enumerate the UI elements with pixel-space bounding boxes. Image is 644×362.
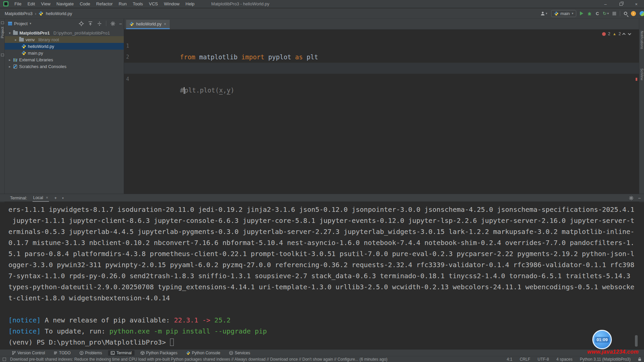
- stop-button[interactable]: [612, 12, 616, 15]
- menu-edit[interactable]: Edit: [25, 0, 38, 8]
- problems-icon: [79, 351, 84, 355]
- menu-run[interactable]: Run: [116, 0, 129, 8]
- line-ending[interactable]: CRLF: [520, 357, 530, 362]
- pip-old-version: 22.3.1: [174, 316, 198, 324]
- new-session-icon[interactable]: +: [54, 196, 57, 200]
- toolwindow-switcher-icon[interactable]: [3, 358, 6, 361]
- menu-code[interactable]: Code: [77, 0, 93, 8]
- toolwindow-python-packages[interactable]: Python Packages: [138, 350, 180, 356]
- notice-tag: [notice]: [8, 327, 41, 335]
- prev-issue-icon[interactable]: [622, 33, 626, 36]
- close-icon[interactable]: ×: [629, 0, 644, 8]
- menu-vcs[interactable]: VCS: [146, 0, 161, 8]
- gear-icon[interactable]: [629, 196, 634, 200]
- expand-collapse-icon[interactable]: [97, 21, 102, 26]
- breadcrumb-project[interactable]: MatplotlibPro3: [5, 11, 33, 16]
- ide-plugin-icon[interactable]: [640, 11, 644, 16]
- caret-position[interactable]: 4:1: [507, 357, 513, 362]
- status-message[interactable]: Download pre-built shared indexes: Reduc…: [10, 357, 387, 362]
- rerun-button[interactable]: ↻ ▾: [603, 11, 609, 16]
- chevron-down-icon: ▾: [572, 12, 574, 15]
- terminal-prompt: (venv) PS D:\python_pro\MatplotlibPro3>: [8, 338, 170, 346]
- menu-view[interactable]: View: [38, 0, 53, 8]
- select-opened-file-icon[interactable]: [79, 21, 84, 26]
- toolwindow-label: Python Console: [192, 351, 220, 355]
- search-icon[interactable]: [624, 12, 627, 15]
- tree-row-external-libraries[interactable]: ▸ External Libraries: [5, 56, 124, 63]
- profile-icon[interactable]: ▾: [540, 11, 547, 16]
- terminal-blank-line: [8, 304, 644, 315]
- menu-file[interactable]: File: [12, 0, 24, 8]
- code-token: #: [180, 86, 184, 94]
- debug-button[interactable]: [587, 11, 592, 16]
- update-available-icon[interactable]: ↑: [631, 11, 636, 16]
- chevron-down-icon[interactable]: ▾: [62, 196, 64, 200]
- python-logo-icon: [554, 11, 558, 16]
- tree-row-scratches[interactable]: ▸ Scratches and Consoles: [5, 63, 124, 70]
- gear-icon[interactable]: [110, 21, 115, 26]
- tree-row-helloworld[interactable]: helloWorld.py: [5, 43, 124, 50]
- chevron-right-icon[interactable]: ▸: [14, 38, 17, 42]
- menu-tools[interactable]: Tools: [130, 0, 146, 8]
- toolwindow-terminal[interactable]: Terminal: [108, 350, 134, 356]
- chevron-right-icon[interactable]: ▸: [8, 65, 11, 68]
- project-panel-title[interactable]: Project: [14, 21, 28, 26]
- breadcrumb-file[interactable]: helloWorld.py: [46, 11, 72, 16]
- status-action-always-download[interactable]: Always download: [234, 357, 266, 362]
- notifications-stripe-label[interactable]: Notifications: [640, 31, 644, 49]
- indent-setting[interactable]: 4 spaces: [556, 357, 573, 362]
- status-action-download-once[interactable]: Download once: [270, 357, 298, 362]
- interpreter[interactable]: Python 3.11 (MatplotlibPro3): [580, 357, 631, 362]
- terminal-line: 5.1 parso-0.8.4 platformdirs-4.3.8 prome…: [8, 248, 644, 259]
- status-action-configure[interactable]: Configure...: [337, 357, 358, 362]
- run-button[interactable]: [580, 11, 583, 15]
- tree-row-venv[interactable]: ▸ venv library root: [5, 36, 124, 43]
- code-area[interactable]: 1 from matplotlib import pyplot as plt 2…: [124, 29, 639, 74]
- chevron-down-icon[interactable]: ▾: [30, 22, 31, 25]
- toolwindow-python-console[interactable]: Python Console: [183, 350, 223, 356]
- services-icon: [229, 351, 233, 355]
- menu-help[interactable]: Help: [183, 0, 197, 8]
- hide-panel-icon[interactable]: –: [638, 196, 641, 200]
- menu-refactor[interactable]: Refactor: [94, 0, 115, 8]
- coverage-button[interactable]: C: [596, 11, 599, 16]
- chevron-right-icon[interactable]: ▸: [8, 58, 11, 62]
- tree-row-main[interactable]: main.py: [5, 50, 124, 56]
- project-stripe-label[interactable]: Project: [0, 27, 4, 38]
- menu-window[interactable]: Window: [161, 0, 182, 8]
- restore-icon[interactable]: [613, 0, 629, 8]
- chevron-down-icon[interactable]: ▾: [8, 31, 11, 35]
- inspections-widget[interactable]: 2 ▲ 2: [602, 32, 630, 36]
- hide-panel-icon[interactable]: –: [119, 21, 122, 26]
- toolwindow-problems[interactable]: Problems: [77, 350, 105, 356]
- terminal-scrollbar[interactable]: [635, 335, 638, 347]
- run-configuration-select[interactable]: main ▾: [551, 10, 577, 17]
- toolwindow-todo[interactable]: TODO: [51, 350, 73, 356]
- project-stripe-icon[interactable]: [1, 21, 4, 24]
- file-encoding[interactable]: UTF-8: [538, 357, 549, 362]
- close-icon[interactable]: ×: [164, 22, 166, 26]
- error-stripe-mark[interactable]: [636, 78, 637, 81]
- toolwindow-services[interactable]: Services: [226, 350, 253, 356]
- terminal-line: 7-syntax-1.1.0 rpds-py-0.26.0 send2trash…: [8, 270, 644, 282]
- menu-navigate[interactable]: Navigate: [54, 0, 76, 8]
- tree-row-project-root[interactable]: ▾ MatplotlibPro1 D:\python_pro\Matplotli…: [5, 29, 124, 36]
- terminal-tab-local[interactable]: Local ×: [33, 194, 49, 202]
- sciview-stripe-label[interactable]: SciView: [640, 68, 644, 80]
- folder-icon: [13, 31, 18, 35]
- project-root-name: MatplotlibPro1: [19, 31, 50, 36]
- tab-helloworld[interactable]: helloWorld.py ×: [126, 20, 170, 29]
- collapse-all-icon[interactable]: [88, 21, 93, 26]
- warning-icon: ▲: [612, 32, 616, 36]
- terminal-prompt-line[interactable]: (venv) PS D:\python_pro\MatplotlibPro3>: [8, 337, 644, 348]
- close-icon[interactable]: ×: [46, 195, 48, 200]
- lock-icon[interactable]: [638, 357, 641, 361]
- terminal-output[interactable]: ers-1.1.1 ipywidgets-8.1.7 isoduration-2…: [0, 202, 644, 349]
- minimize-icon[interactable]: –: [598, 0, 613, 8]
- venv-hint: library root: [38, 37, 59, 42]
- status-action-dont-show[interactable]: Don't show again: [302, 357, 333, 362]
- structure-stripe-icon[interactable]: [1, 54, 4, 56]
- breadcrumb-separator-icon: ›: [35, 11, 36, 16]
- todo-icon: [54, 351, 57, 355]
- toolwindow-version-control[interactable]: Version Control: [9, 350, 48, 356]
